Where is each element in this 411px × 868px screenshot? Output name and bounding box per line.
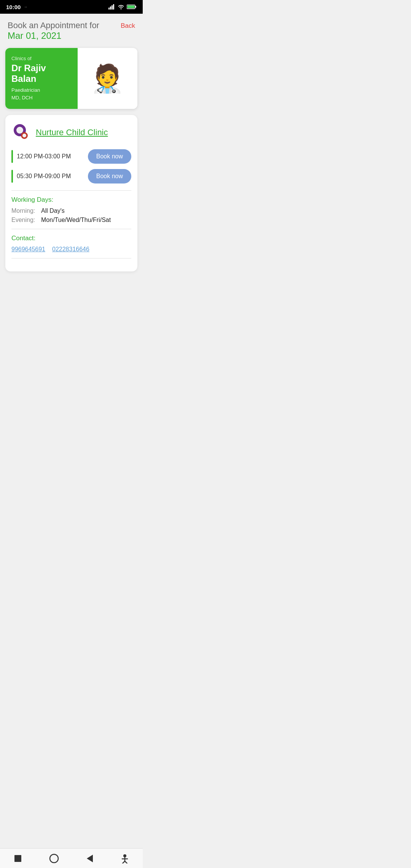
clinic-section: Nurture Child Clinic 12:00 PM-03:00 PM B… xyxy=(5,115,137,271)
svg-point-10 xyxy=(22,134,26,137)
book-now-button-1[interactable]: Book now xyxy=(88,149,131,164)
status-bar: 10:00 ·· xyxy=(0,0,143,14)
book-now-button-2[interactable]: Book now xyxy=(88,169,131,183)
clinic-logo xyxy=(11,123,31,142)
back-button[interactable]: Back xyxy=(121,21,135,30)
working-days-section: Working Days: Morning: All Day's Evening… xyxy=(11,196,131,223)
svg-rect-1 xyxy=(110,6,111,10)
evening-val: Mon/Tue/Wed/Thu/Fri/Sat xyxy=(41,217,111,223)
time-text-2: 05:30 PM-09:00 PM xyxy=(17,173,71,180)
clinic-name-link[interactable]: Nurture Child Clinic xyxy=(36,128,108,137)
appointment-date: Mar 01, 2021 xyxy=(8,30,99,41)
time-slots: 12:00 PM-03:00 PM Book now 05:30 PM-09:0… xyxy=(11,149,131,183)
svg-rect-6 xyxy=(127,6,135,8)
signal-icon xyxy=(108,4,115,10)
divider-3 xyxy=(11,258,131,258)
divider-2 xyxy=(11,229,131,229)
working-days-label: Working Days: xyxy=(11,196,131,204)
contact-numbers: 9969645691 02228316646 xyxy=(11,246,131,253)
doctor-avatar-area: 🧑‍⚕️ xyxy=(78,48,137,109)
wifi-icon xyxy=(118,4,124,10)
phone-link-1[interactable]: 9969645691 xyxy=(11,246,45,253)
svg-rect-0 xyxy=(108,8,110,10)
divider-1 xyxy=(11,190,131,191)
page-content: Book an Appointment for Mar 01, 2021 Bac… xyxy=(0,14,143,271)
contact-label: Contact: xyxy=(11,235,131,242)
green-bar-1 xyxy=(11,150,13,163)
doctor-card: Clinics of Dr Rajiv Balan Paediatrician … xyxy=(5,48,137,109)
battery-icon xyxy=(127,4,137,10)
morning-val: All Day's xyxy=(41,207,65,214)
page-title: Book an Appointment for xyxy=(8,21,99,30)
clinic-header: Nurture Child Clinic xyxy=(11,123,131,142)
svg-point-8 xyxy=(16,127,23,134)
morning-row: Morning: All Day's xyxy=(11,207,131,214)
doctor-info: Clinics of Dr Rajiv Balan Paediatrician … xyxy=(5,48,78,109)
svg-rect-3 xyxy=(113,4,114,10)
doctor-avatar: 🧑‍⚕️ xyxy=(90,65,124,92)
status-dots: ·· xyxy=(24,4,27,10)
doctor-specialty: Paediatrician MD, DCH xyxy=(11,86,72,101)
clinics-of-label: Clinics of xyxy=(11,56,72,61)
evening-row: Evening: Mon/Tue/Wed/Thu/Fri/Sat xyxy=(11,217,131,223)
time-text-1: 12:00 PM-03:00 PM xyxy=(17,153,71,160)
status-icons xyxy=(108,4,137,10)
time-slot-row-2: 05:30 PM-09:00 PM Book now xyxy=(11,169,131,183)
contact-section: Contact: 9969645691 02228316646 xyxy=(11,235,131,253)
svg-rect-2 xyxy=(112,5,113,10)
doctor-name: Dr Rajiv Balan xyxy=(11,63,72,84)
phone-link-2[interactable]: 02228316646 xyxy=(52,246,89,253)
evening-key: Evening: xyxy=(11,217,41,223)
green-bar-2 xyxy=(11,170,13,183)
svg-rect-5 xyxy=(135,6,136,8)
header: Book an Appointment for Mar 01, 2021 Bac… xyxy=(0,14,143,46)
time-slot-row-1: 12:00 PM-03:00 PM Book now xyxy=(11,149,131,164)
morning-key: Morning: xyxy=(11,207,41,214)
header-title-group: Book an Appointment for Mar 01, 2021 xyxy=(8,21,99,41)
status-time: 10:00 xyxy=(6,4,21,10)
